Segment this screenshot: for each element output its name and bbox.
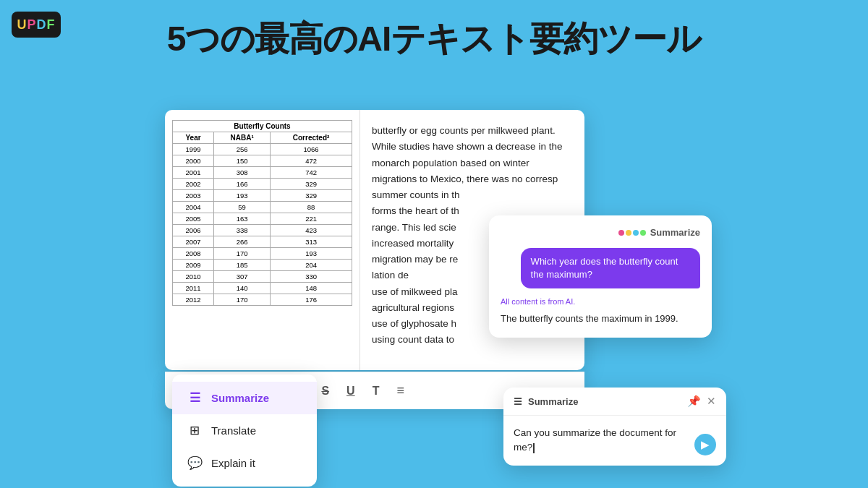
text-button[interactable]: T	[370, 382, 383, 401]
chat-input-text[interactable]: Can you summarize the document for me?	[514, 426, 689, 455]
table-cell: 330	[271, 271, 352, 283]
table-cell: 2012	[173, 294, 214, 306]
table-cell: 170	[214, 294, 271, 306]
text-cursor	[533, 443, 535, 453]
translate-icon: ⊞	[187, 423, 203, 438]
table-cell: 148	[271, 283, 352, 294]
table-cell: 329	[271, 190, 352, 202]
chat-bottom-actions: 📌 ✕	[687, 395, 716, 408]
send-icon: ▶	[701, 438, 710, 451]
user-question-bubble: Which year does the butterfly count the …	[521, 248, 700, 288]
doc-paragraph-8: use of milkweed pla	[372, 286, 458, 297]
table-row: 2008170193	[173, 248, 352, 260]
table-row: 2002166329	[173, 179, 352, 190]
ai-response-text: The butterfly counts the maximum in 1999…	[501, 312, 700, 326]
table-cell: 472	[271, 155, 352, 167]
doc-paragraph-11: using count data to	[372, 334, 454, 345]
explain-label: Explain it	[211, 457, 255, 469]
table-cell: 2003	[173, 190, 214, 202]
dropdown-explain[interactable]: 💬 Explain it	[172, 447, 317, 479]
table-cell: 2010	[173, 271, 214, 283]
dot-pink	[618, 230, 624, 236]
table-cell: 166	[214, 179, 271, 190]
table-row: 2009185204	[173, 260, 352, 271]
table-cell: 176	[271, 294, 352, 306]
doc-paragraph: butterfly or egg counts per milkweed pla…	[372, 125, 562, 184]
butterfly-table: Butterfly Counts YearNABA¹Corrected² 199…	[172, 120, 352, 306]
dropdown-translate[interactable]: ⊞ Translate	[172, 414, 317, 447]
table-cell: 329	[271, 179, 352, 190]
doc-paragraph-10: use of glyphosate h	[372, 318, 456, 329]
table-row: 2003193329	[173, 190, 352, 202]
explain-icon: 💬	[187, 455, 203, 471]
table-cell: 2004	[173, 202, 214, 213]
table-title: Butterfly Counts	[173, 121, 352, 132]
chat-pin-button[interactable]: 📌	[687, 395, 701, 408]
doc-paragraph-6: migration may be re	[372, 254, 458, 265]
chat-panel-question: Summarize Which year does the butterfly …	[489, 215, 712, 338]
strikethrough-button[interactable]: S	[318, 382, 332, 401]
table-cell: 185	[214, 260, 271, 271]
table-cell: 2006	[173, 225, 214, 236]
table-cell: 2009	[173, 260, 214, 271]
table-cell: 2007	[173, 236, 214, 248]
strikethrough-icon: S	[321, 385, 329, 398]
dot-green	[640, 230, 646, 236]
underline-button[interactable]: U	[344, 382, 358, 401]
table-cell: 193	[271, 248, 352, 260]
chat-close-button[interactable]: ✕	[707, 395, 716, 408]
chat-send-button[interactable]: ▶	[694, 434, 716, 455]
table-cell: 1999	[173, 144, 214, 155]
doc-paragraph-3: forms the heart of th	[372, 205, 459, 216]
doc-paragraph-9: agricultural regions	[372, 302, 454, 313]
ai-source-label: All content is from AI.	[501, 297, 700, 306]
chat-input-area[interactable]: Can you summarize the document for me? ▶	[503, 416, 726, 466]
summarize-icon: ☰	[187, 390, 203, 406]
table-cell: 256	[214, 144, 271, 155]
table-row: 2000150472	[173, 155, 352, 167]
text-icon: T	[373, 385, 380, 398]
table-cell: 742	[271, 167, 352, 179]
doc-paragraph-7: lation de	[372, 270, 409, 281]
table-cell: 88	[271, 202, 352, 213]
table-cell: 313	[271, 236, 352, 248]
table-row: 2006338423	[173, 225, 352, 236]
chat-panel-input: ☰ Summarize 📌 ✕ Can you summarize the do…	[503, 388, 726, 466]
doc-paragraph-4: range. This led scie	[372, 222, 456, 233]
table-cell: 266	[214, 236, 271, 248]
table-cell: 2011	[173, 283, 214, 294]
table-row: 2010307330	[173, 271, 352, 283]
table-col-header: Year	[173, 132, 214, 144]
table-cell: 2005	[173, 213, 214, 225]
chat-summarize-label: Summarize	[650, 227, 700, 238]
table-cell: 2002	[173, 179, 214, 190]
table-cell: 307	[214, 271, 271, 283]
table-row: 2007266313	[173, 236, 352, 248]
table-cell: 140	[214, 283, 271, 294]
table-cell: 338	[214, 225, 271, 236]
chat-menu-icon: ☰	[514, 396, 522, 407]
doc-paragraph-5: increased mortality	[372, 238, 454, 249]
table-row: 19992561066	[173, 144, 352, 155]
table-row: 2012170176	[173, 294, 352, 306]
align-icon: ≡	[396, 383, 404, 398]
align-button[interactable]: ≡	[393, 380, 407, 401]
table-col-header: Corrected²	[271, 132, 352, 144]
summarize-dots	[618, 230, 646, 236]
table-cell: 1066	[271, 144, 352, 155]
close-icon: ✕	[707, 395, 716, 407]
page-title: 5つの最高のAIテキスト要約ツール	[0, 16, 868, 62]
dot-blue	[633, 230, 639, 236]
table-cell: 308	[214, 167, 271, 179]
chat-bottom-header: ☰ Summarize 📌 ✕	[503, 388, 726, 416]
table-row: 20045988	[173, 202, 352, 213]
dot-yellow	[626, 230, 631, 236]
table-cell: 163	[214, 213, 271, 225]
table-cell: 221	[271, 213, 352, 225]
table-col-header: NABA¹	[214, 132, 271, 144]
table-cell: 423	[271, 225, 352, 236]
dropdown-summarize[interactable]: ☰ Summarize	[172, 382, 317, 414]
chat-header: Summarize	[501, 227, 700, 238]
pin-icon: 📌	[687, 395, 701, 407]
table-row: 2005163221	[173, 213, 352, 225]
